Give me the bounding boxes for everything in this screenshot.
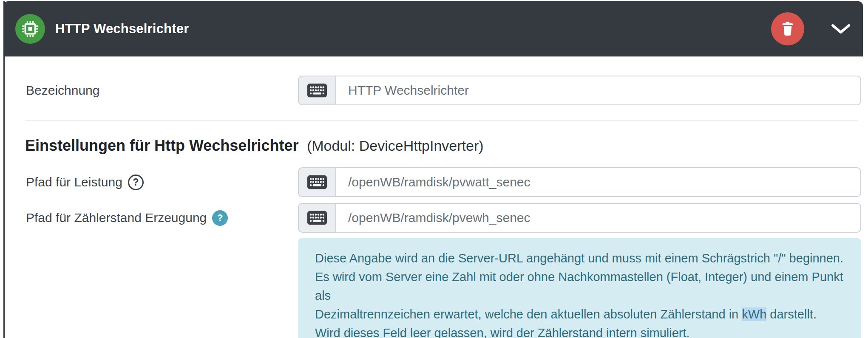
chevron-down-icon — [831, 23, 851, 35]
delete-device-button[interactable] — [771, 12, 804, 45]
pfad-leistung-label: Pfad für Leistung — [26, 175, 122, 189]
help-line-2: Es wird vom Server eine Zahl mit oder oh… — [315, 268, 844, 305]
keyboard-icon — [307, 83, 327, 98]
pfad-leistung-input-group — [298, 167, 861, 197]
form-row-help-text: Diese Angabe wird an die Server-URL ange… — [22, 238, 861, 338]
device-type-badge — [15, 14, 45, 44]
bezeichnung-input-group — [298, 76, 861, 105]
settings-heading-bold: Einstellungen für Http Wechselrichter — [25, 137, 298, 154]
settings-heading-module: (Modul: DeviceHttpInverter) — [303, 138, 483, 154]
help-text-alert: Diese Angabe wird an die Server-URL ange… — [298, 238, 861, 338]
keyboard-icon — [307, 211, 327, 225]
collapse-toggle-button[interactable] — [828, 20, 854, 37]
device-card: HTTP Wechselrichter Bezeichnung — [3, 1, 863, 338]
settings-section-heading: Einstellungen für Http Wechselrichter (M… — [25, 136, 861, 155]
bezeichnung-input[interactable] — [335, 76, 861, 105]
trash-icon — [780, 21, 795, 37]
microchip-icon — [22, 20, 39, 37]
help-question-icon[interactable]: ? — [128, 175, 144, 190]
device-card-header: HTTP Wechselrichter — [3, 1, 863, 56]
pfad-zaehlerstand-label: Pfad für Zählerstand Erzeugung — [26, 211, 207, 225]
highlighted-text: kWh — [742, 307, 766, 321]
help-line-1: Diese Angabe wird an die Server-URL ange… — [315, 249, 844, 268]
device-card-body: Bezeichnung — [5, 56, 863, 338]
keyboard-icon — [307, 175, 327, 189]
bezeichnung-label: Bezeichnung — [22, 83, 298, 98]
help-line-4: Wird dieses Feld leer gelassen, wird der… — [315, 324, 844, 338]
form-row-bezeichnung: Bezeichnung — [22, 76, 861, 105]
device-title: HTTP Wechselrichter — [55, 21, 189, 37]
help-line-3: Dezimaltrennzeichen erwartet, welche den… — [315, 305, 844, 324]
form-row-pfad-leistung: Pfad für Leistung ? — [22, 167, 861, 197]
section-divider — [25, 120, 858, 121]
pfad-leistung-input[interactable] — [335, 167, 861, 197]
form-row-pfad-zaehlerstand: Pfad für Zählerstand Erzeugung ? — [22, 203, 861, 233]
pfad-zaehlerstand-input-group — [298, 203, 861, 233]
pfad-zaehlerstand-input[interactable] — [335, 203, 861, 233]
help-question-icon-active[interactable]: ? — [212, 210, 228, 226]
